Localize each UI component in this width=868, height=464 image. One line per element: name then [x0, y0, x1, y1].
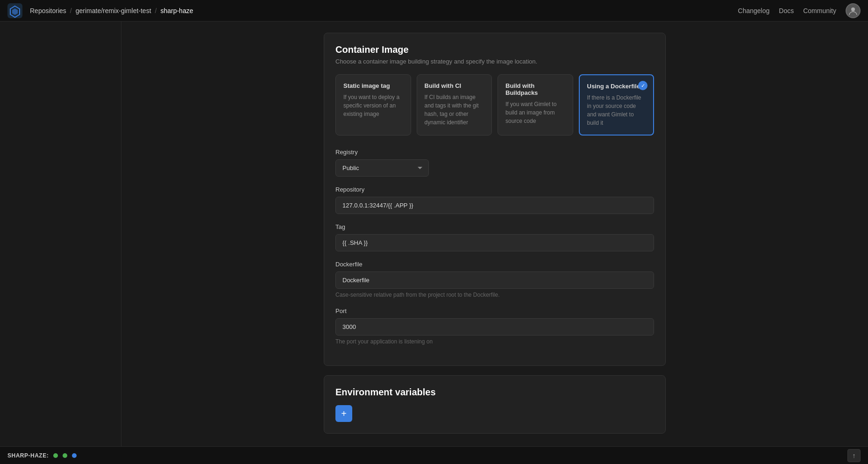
strategy-static-desc: If you want to deploy a specific version… [343, 93, 403, 118]
changelog-link[interactable]: Changelog [738, 7, 770, 14]
container-image-card: Container Image Choose a container image… [324, 33, 666, 366]
registry-group: Registry Public Private [335, 149, 654, 177]
strategy-dockerfile-desc: If there is a Dockerfile in your source … [587, 93, 646, 127]
dockerfile-hint: Case-sensitive relative path from the pr… [335, 292, 654, 298]
logo[interactable] [7, 3, 22, 18]
breadcrumb-org[interactable]: gerimate/remix-gimlet-test [76, 7, 151, 14]
strategy-ci-title: Build with CI [425, 82, 484, 89]
strategy-dockerfile-title: Using a Dockerfile [587, 83, 646, 90]
port-group: Port The port your application is listen… [335, 307, 654, 345]
strategy-buildpacks-desc: If you want Gimlet to build an image fro… [505, 100, 565, 125]
strategy-buildpacks-title: Build with Buildpacks [505, 82, 565, 96]
dockerfile-label: Dockerfile [335, 261, 654, 268]
container-image-subtitle: Choose a container image building strate… [335, 58, 654, 65]
tag-group: Tag [335, 223, 654, 251]
dockerfile-group: Dockerfile Case-sensitive relative path … [335, 261, 654, 298]
dockerfile-input[interactable] [335, 271, 654, 289]
avatar[interactable] [846, 3, 861, 18]
community-link[interactable]: Community [803, 7, 836, 14]
main-content: Container Image Choose a container image… [121, 21, 868, 464]
strategy-ci[interactable]: Build with CI If CI builds an image and … [417, 74, 492, 136]
breadcrumb-repositories[interactable]: Repositories [30, 7, 66, 14]
content-area: Container Image Choose a container image… [313, 21, 677, 462]
repository-input[interactable] [335, 197, 654, 214]
tag-label: Tag [335, 223, 654, 230]
topbar-right: Changelog Docs Community [738, 3, 861, 18]
layout: Container Image Choose a container image… [0, 21, 868, 464]
docs-link[interactable]: Docs [779, 7, 794, 14]
port-label: Port [335, 307, 654, 314]
add-icon: + [341, 409, 347, 418]
strategy-static-title: Static image tag [343, 82, 403, 89]
status-dot-3 [72, 453, 77, 458]
strategy-static[interactable]: Static image tag If you want to deploy a… [335, 74, 411, 136]
add-env-var-button[interactable]: + [335, 405, 352, 422]
status-dot-2 [63, 453, 67, 458]
sidebar [0, 21, 121, 464]
breadcrumb-sep-2: / [155, 7, 157, 14]
env-variables-card: Environment variables + [324, 375, 666, 434]
strategy-cards: Static image tag If you want to deploy a… [335, 74, 654, 136]
port-input[interactable] [335, 318, 654, 336]
strategy-dockerfile-check: ✓ [638, 81, 647, 90]
statusbar-scroll: ↑ [847, 449, 861, 462]
tag-input[interactable] [335, 234, 654, 251]
breadcrumb: Repositories / gerimate/remix-gimlet-tes… [30, 7, 193, 14]
registry-label: Registry [335, 149, 654, 156]
breadcrumb-current: sharp-haze [160, 7, 193, 14]
registry-select[interactable]: Public Private [335, 159, 429, 177]
statusbar-app-name: SHARP-HAZE: [7, 452, 49, 459]
strategy-ci-desc: If CI builds an image and tags it with t… [425, 93, 484, 127]
env-variables-title: Environment variables [335, 387, 654, 398]
port-hint: The port your application is listening o… [335, 338, 654, 345]
status-dot-1 [53, 453, 58, 458]
scroll-up-button[interactable]: ↑ [847, 449, 861, 462]
repository-group: Repository [335, 186, 654, 214]
svg-point-3 [851, 7, 855, 11]
strategy-dockerfile[interactable]: ✓ Using a Dockerfile If there is a Docke… [579, 74, 655, 136]
repository-label: Repository [335, 186, 654, 193]
strategy-buildpacks[interactable]: Build with Buildpacks If you want Gimlet… [498, 74, 573, 136]
topbar: Repositories / gerimate/remix-gimlet-tes… [0, 0, 868, 21]
breadcrumb-sep-1: / [70, 7, 72, 14]
container-image-title: Container Image [335, 44, 654, 55]
statusbar: SHARP-HAZE: ↑ [0, 446, 868, 464]
registry-select-wrapper: Public Private [335, 159, 429, 177]
